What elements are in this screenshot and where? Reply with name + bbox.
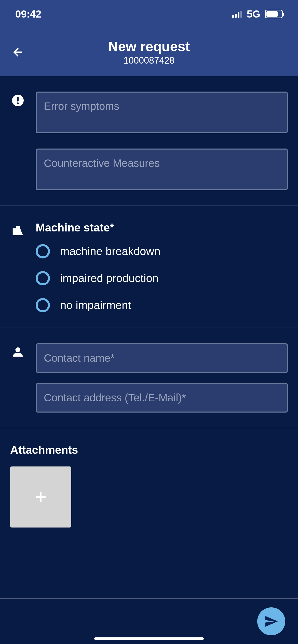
signal-icon [232, 10, 242, 18]
network-label: 5G [247, 8, 260, 20]
status-right: 5G [232, 8, 283, 20]
machine-state-radio-group: machine breakdown impaired production no… [36, 244, 288, 312]
radio-label: no impairment [60, 299, 131, 312]
radio-no-impairment[interactable]: no impairment [36, 298, 288, 312]
radio-machine-breakdown[interactable]: machine breakdown [36, 244, 288, 258]
radio-label: impaired production [60, 272, 158, 285]
radio-impaired-production[interactable]: impaired production [36, 271, 288, 285]
plus-icon: + [35, 485, 47, 509]
status-bar: 09:42 5G [0, 0, 298, 28]
content-area: Machine state* machine breakdown impaire… [0, 76, 298, 598]
section-machine-state: Machine state* machine breakdown impaire… [0, 206, 298, 328]
add-attachment-button[interactable]: + [10, 466, 71, 528]
machine-state-title: Machine state* [36, 221, 288, 234]
home-indicator [94, 637, 204, 640]
person-icon [10, 343, 25, 413]
page-subtitle: 1000087428 [124, 55, 174, 66]
radio-circle-icon [36, 244, 50, 258]
arrow-left-icon [11, 46, 24, 58]
attachments-title: Attachments [10, 444, 288, 456]
send-button[interactable] [257, 607, 285, 635]
paper-plane-icon [264, 614, 278, 628]
error-symptoms-input[interactable] [36, 92, 288, 133]
alert-icon [10, 92, 25, 190]
back-button[interactable] [10, 45, 25, 60]
svg-point-3 [15, 347, 20, 352]
radio-circle-icon [36, 298, 50, 312]
svg-point-2 [17, 103, 19, 105]
machine-icon [10, 221, 25, 312]
contact-address-input[interactable] [36, 383, 288, 413]
section-contact [0, 328, 298, 428]
app-header: New request 1000087428 [0, 28, 298, 76]
page-title: New request [108, 38, 190, 54]
battery-icon [265, 10, 283, 18]
section-error-info [0, 76, 298, 206]
bottom-bar [0, 598, 298, 644]
svg-rect-1 [17, 97, 19, 101]
section-attachments: Attachments + [0, 428, 298, 543]
contact-name-input[interactable] [36, 343, 288, 373]
radio-label: machine breakdown [60, 245, 160, 258]
status-time: 09:42 [15, 8, 41, 20]
counteractive-measures-input[interactable] [36, 149, 288, 190]
radio-circle-icon [36, 271, 50, 285]
